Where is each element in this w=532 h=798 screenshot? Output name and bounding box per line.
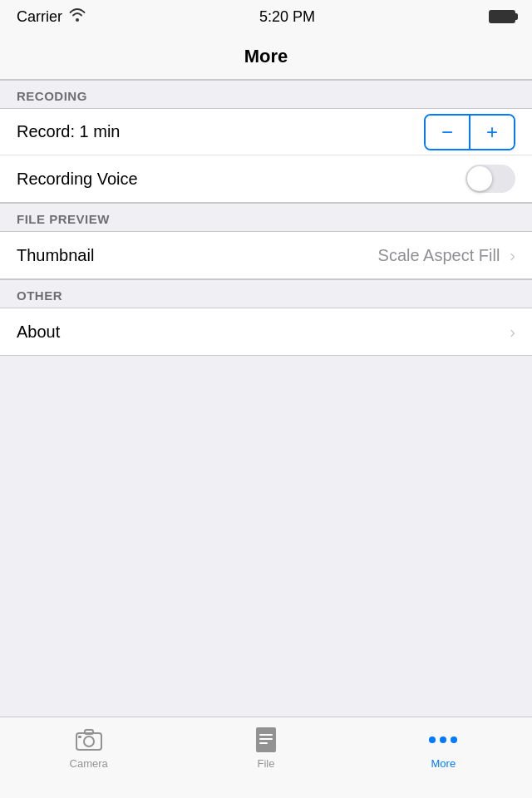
recording-voice-toggle[interactable] — [466, 165, 515, 193]
svg-rect-3 — [78, 736, 81, 738]
about-right: › — [510, 323, 515, 342]
section-header-recoding: RECODING — [0, 80, 532, 108]
toggle-thumb — [467, 166, 492, 191]
svg-rect-2 — [85, 730, 93, 734]
page-content: RECODING Record: 1 min − + Recording Voi… — [0, 80, 532, 763]
svg-rect-5 — [259, 734, 273, 736]
section-header-file-preview: FILE PREVIEW — [0, 203, 532, 231]
more-dots-icon — [429, 726, 457, 754]
table-row-recording-voice: Recording Voice — [0, 155, 532, 202]
record-duration-label: Record: 1 min — [17, 122, 121, 141]
table-row-thumbnail[interactable]: Thumbnail Scale Aspect Fill › — [0, 232, 532, 278]
thumbnail-label: Thumbnail — [17, 246, 94, 265]
thumbnail-chevron-icon: › — [510, 246, 515, 265]
recording-voice-label: Recording Voice — [17, 170, 138, 189]
tab-file-label: File — [258, 757, 275, 770]
status-left: Carrier — [17, 8, 86, 26]
svg-rect-6 — [259, 738, 273, 740]
dot-3 — [451, 736, 457, 743]
stepper-increment-button[interactable]: + — [470, 116, 514, 149]
table-row-record-duration: Record: 1 min − + — [0, 109, 532, 155]
table-section-other: About › — [0, 308, 532, 356]
about-chevron-icon: › — [510, 323, 515, 342]
section-header-other: OTHER — [0, 279, 532, 308]
about-label: About — [17, 323, 60, 342]
tab-bar: Camera File More — [0, 717, 532, 798]
nav-title: More — [244, 46, 288, 67]
table-section-recoding: Record: 1 min − + Recording Voice — [0, 108, 532, 203]
file-icon — [252, 726, 280, 754]
status-time: 5:20 PM — [259, 8, 315, 26]
record-stepper: − + — [424, 114, 515, 150]
status-bar: Carrier 5:20 PM — [0, 0, 532, 33]
status-right — [489, 10, 515, 23]
empty-space — [0, 356, 532, 763]
dot-1 — [429, 736, 436, 743]
thumbnail-value: Scale Aspect Fill — [378, 246, 500, 265]
tab-more-label: More — [431, 757, 456, 770]
tab-item-file[interactable]: File — [177, 726, 354, 770]
camera-icon — [75, 726, 103, 754]
tab-camera-label: Camera — [70, 757, 108, 770]
svg-rect-7 — [259, 742, 268, 744]
nav-bar: More — [0, 33, 532, 80]
dot-2 — [440, 736, 446, 743]
battery-icon — [489, 10, 515, 23]
thumbnail-right: Scale Aspect Fill › — [378, 246, 515, 265]
tab-item-camera[interactable]: Camera — [0, 726, 177, 770]
stepper-control: − + — [424, 114, 515, 150]
tab-item-more[interactable]: More — [355, 726, 532, 770]
wifi-icon — [69, 8, 86, 26]
stepper-decrement-button[interactable]: − — [426, 116, 469, 149]
table-row-about[interactable]: About › — [0, 308, 532, 355]
svg-point-1 — [84, 736, 94, 746]
carrier-label: Carrier — [17, 8, 62, 26]
table-section-file-preview: Thumbnail Scale Aspect Fill › — [0, 231, 532, 279]
